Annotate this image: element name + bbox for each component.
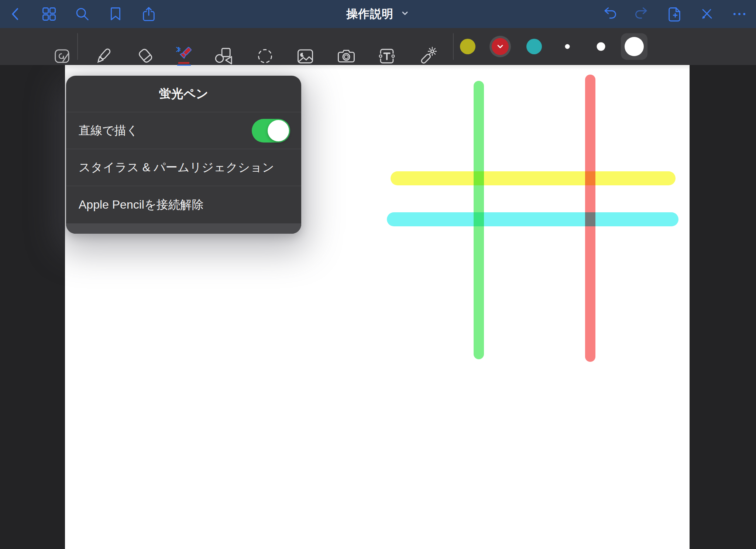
page-title: 操作説明 xyxy=(346,6,394,22)
popover-partial-row xyxy=(66,223,301,234)
popover-arrow xyxy=(165,76,202,76)
chevron-down-icon xyxy=(400,8,410,20)
back-icon[interactable] xyxy=(7,6,24,23)
disconnect-apple-pencil-label: Apple Pencilを接続解除 xyxy=(79,197,204,213)
color-swatch-yellow[interactable] xyxy=(460,39,475,54)
draw-straight-line-label: 直線で描く xyxy=(79,123,138,139)
draw-straight-line-toggle[interactable] xyxy=(252,119,290,143)
popover-title: 蛍光ペン xyxy=(66,76,301,112)
image-tool-icon[interactable] xyxy=(296,47,315,66)
eraser-tool-icon[interactable] xyxy=(136,47,155,66)
tool-bar xyxy=(0,28,756,65)
color-swatch-red xyxy=(492,38,509,55)
redo-icon[interactable] xyxy=(633,6,650,23)
document-title-menu[interactable]: 操作説明 xyxy=(346,0,410,28)
pen-tool-icon[interactable] xyxy=(94,47,113,66)
disconnect-apple-pencil-row[interactable]: Apple Pencilを接続解除 xyxy=(66,186,301,223)
lasso-tool-icon[interactable] xyxy=(255,47,275,66)
thickness-medium-button[interactable] xyxy=(597,42,605,51)
text-tool-icon[interactable] xyxy=(377,47,396,66)
chevron-down-icon xyxy=(496,42,504,51)
highlighter-tool-icon-selected[interactable] xyxy=(174,47,193,66)
pen-disabled-icon[interactable] xyxy=(698,6,715,23)
add-page-icon[interactable] xyxy=(666,6,683,23)
undo-icon[interactable] xyxy=(601,6,618,23)
toolbar-separator xyxy=(453,33,454,60)
toggle-knob xyxy=(268,120,289,141)
bookmark-icon[interactable] xyxy=(107,6,124,23)
color-swatch-teal[interactable] xyxy=(526,39,542,54)
nav-bar: 操作説明 xyxy=(0,0,756,28)
thickness-large-button-selected[interactable] xyxy=(621,33,647,60)
camera-tool-icon[interactable] xyxy=(337,47,356,66)
laser-pointer-tool-icon[interactable] xyxy=(418,47,437,66)
search-icon[interactable] xyxy=(74,6,91,23)
thumbnails-grid-icon[interactable] xyxy=(41,6,58,23)
highlighter-settings-popover: 蛍光ペン 直線で描く スタイラス & パームリジェクション Apple Penc… xyxy=(66,76,301,234)
draw-straight-line-row: 直線で描く xyxy=(66,112,301,149)
share-icon[interactable] xyxy=(140,6,157,23)
thickness-small-button[interactable] xyxy=(565,44,570,49)
stylus-palm-rejection-row[interactable]: スタイラス & パームリジェクション xyxy=(66,149,301,186)
more-options-icon[interactable] xyxy=(731,6,748,23)
color-swatch-red-selected[interactable] xyxy=(489,36,511,57)
toolbar-separator xyxy=(77,33,78,60)
shapes-tool-icon[interactable] xyxy=(214,47,233,66)
cyan-horizontal-stroke xyxy=(387,212,678,226)
yellow-horizontal-stroke xyxy=(391,171,676,185)
stylus-palm-rejection-label: スタイラス & パームリジェクション xyxy=(79,159,274,176)
document-edit-mode-icon[interactable] xyxy=(52,47,72,66)
